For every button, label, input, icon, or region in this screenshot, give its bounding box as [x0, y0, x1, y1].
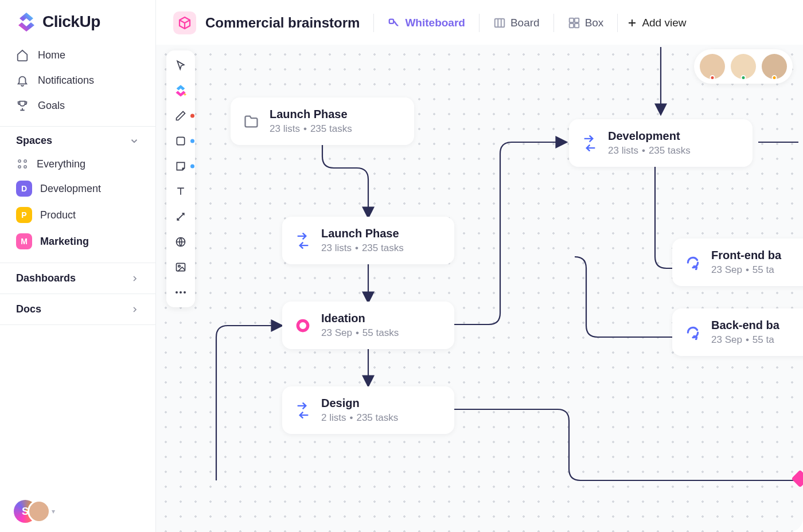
svg-rect-5: [495, 19, 505, 28]
box-icon: [568, 17, 580, 29]
collaborator-avatar[interactable]: [731, 54, 756, 79]
space-label: Everything: [37, 158, 85, 170]
space-product[interactable]: P Product: [9, 202, 146, 228]
svg-rect-6: [569, 18, 573, 22]
connector-tool[interactable]: [174, 210, 188, 224]
node-title: Launch Phase: [321, 227, 404, 240]
collaborator-avatar[interactable]: [700, 54, 725, 79]
svg-point-18: [298, 320, 307, 330]
nav-home[interactable]: Home: [9, 42, 146, 68]
add-view-label: Add view: [642, 17, 686, 29]
svg-text:+: +: [184, 92, 186, 97]
node-backend[interactable]: Back-end ba 23 Sep•55 ta: [672, 308, 803, 356]
node-launch-phase[interactable]: Launch Phase 23 lists•235 tasks: [282, 217, 454, 264]
sidebar: ClickUp Home Notifications Goals Spaces: [0, 0, 156, 532]
more-tool[interactable]: [174, 285, 188, 299]
image-tool[interactable]: [174, 260, 188, 274]
collapsible-label: Dashboards: [16, 272, 76, 284]
node-development[interactable]: Development 23 lists•235 tasks: [569, 119, 753, 167]
nav-goals[interactable]: Goals: [9, 93, 146, 118]
ring-icon: [294, 316, 312, 335]
loop-icon: [684, 253, 702, 272]
space-label: Marketing: [40, 236, 89, 248]
node-design[interactable]: Design 2 lists•235 tasks: [282, 386, 454, 434]
node-title: Design: [321, 397, 398, 410]
home-icon: [16, 49, 29, 61]
separator: [479, 14, 480, 32]
clickup-logo-icon: [16, 11, 37, 32]
space-development[interactable]: D Development: [9, 175, 146, 202]
pen-tool[interactable]: [174, 109, 188, 123]
tab-box[interactable]: Box: [563, 12, 609, 34]
swap-icon: [294, 401, 312, 420]
chevron-down-icon: [129, 136, 139, 146]
sidebar-docs[interactable]: Docs: [0, 294, 155, 325]
whiteboard-canvas[interactable]: +: [156, 45, 803, 532]
canvas-toolbar: +: [166, 50, 195, 307]
trophy-icon: [16, 99, 29, 112]
spaces-title: Spaces: [16, 135, 52, 147]
nav-label: Goals: [38, 100, 65, 112]
clickup-tool[interactable]: +: [174, 84, 188, 97]
add-view-button[interactable]: Add view: [627, 17, 686, 29]
node-title: Launch Phase: [270, 108, 352, 121]
space-label: Development: [40, 183, 101, 195]
square-tool[interactable]: [174, 134, 188, 148]
svg-point-0: [18, 160, 21, 162]
whiteboard-icon: [388, 17, 400, 29]
node-title: Ideation: [321, 312, 399, 325]
cursor-tool[interactable]: [174, 58, 188, 72]
user-avatar-stack: S: [14, 500, 48, 523]
svg-point-14: [178, 265, 180, 267]
space-badge: D: [16, 181, 32, 197]
nav-notifications[interactable]: Notifications: [9, 68, 146, 93]
collapsible-label: Docs: [16, 303, 41, 315]
logo[interactable]: ClickUp: [0, 0, 155, 41]
svg-rect-4: [389, 19, 393, 24]
sticky-tool[interactable]: [174, 159, 188, 173]
separator: [553, 14, 554, 32]
user-avatar-photo: [28, 500, 50, 523]
nav-label: Home: [38, 49, 65, 61]
space-list: Everything D Development P Product M Mar…: [0, 150, 155, 263]
node-launch-phase-folder[interactable]: Launch Phase 23 lists•235 tasks: [231, 97, 414, 145]
space-everything[interactable]: Everything: [9, 152, 146, 175]
plus-icon: [627, 18, 637, 28]
svg-rect-11: [177, 137, 184, 144]
node-frontend[interactable]: Front-end ba 23 Sep•55 ta: [672, 238, 803, 286]
svg-point-1: [24, 160, 26, 162]
separator: [373, 14, 374, 32]
node-ideation[interactable]: Ideation 23 Sep•55 tasks: [282, 302, 454, 349]
sidebar-dashboards[interactable]: Dashboards: [0, 263, 155, 294]
tab-label: Board: [510, 17, 540, 29]
chevron-right-icon: [130, 274, 139, 283]
node-meta: 23 Sep•55 tasks: [321, 327, 399, 339]
chevron-down-icon: ▾: [52, 507, 55, 515]
text-tool[interactable]: [174, 185, 188, 198]
header: Commercial brainstorm Whiteboard Board B…: [156, 0, 803, 45]
cube-icon: [173, 11, 196, 34]
sidebar-footer[interactable]: S ▾: [0, 491, 155, 532]
node-meta: 23 lists•235 tasks: [608, 145, 691, 157]
tab-whiteboard[interactable]: Whiteboard: [383, 12, 470, 34]
web-tool[interactable]: [174, 235, 188, 249]
tab-board[interactable]: Board: [489, 12, 544, 34]
page-title: Commercial brainstorm: [205, 15, 360, 31]
node-title: Development: [608, 130, 691, 143]
grid-icon: [16, 158, 29, 170]
collaborator-avatar[interactable]: [762, 54, 787, 79]
tab-label: Whiteboard: [405, 17, 465, 29]
brand-name: ClickUp: [42, 13, 100, 31]
swap-icon: [580, 134, 599, 152]
collaborator-avatars[interactable]: [694, 49, 793, 84]
node-meta: 23 Sep•55 ta: [711, 264, 781, 276]
loop-icon: [684, 323, 702, 342]
spaces-header[interactable]: Spaces: [0, 126, 155, 150]
board-icon: [493, 17, 506, 29]
chevron-right-icon: [130, 305, 139, 314]
svg-point-16: [180, 291, 182, 294]
tab-label: Box: [585, 17, 604, 29]
space-marketing[interactable]: M Marketing: [9, 228, 146, 255]
selection-handle[interactable]: [791, 470, 803, 487]
svg-rect-13: [177, 263, 185, 271]
